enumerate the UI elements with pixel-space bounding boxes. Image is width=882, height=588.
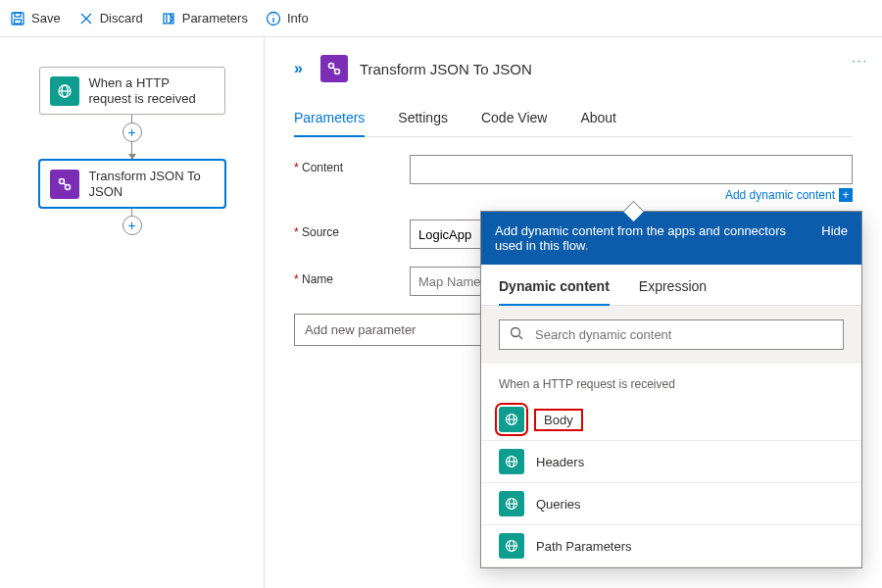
add-step-button[interactable]: +	[122, 122, 142, 142]
svg-point-13	[59, 178, 64, 183]
dynamic-content-popup: Add dynamic content from the apps and co…	[480, 211, 862, 568]
add-step-button[interactable]: +	[122, 216, 142, 235]
dc-item-body[interactable]: Body	[481, 399, 861, 441]
source-label: Source	[294, 220, 410, 239]
save-label: Save	[31, 11, 61, 25]
info-icon	[266, 11, 281, 26]
popup-hide-button[interactable]: Hide	[821, 223, 848, 253]
http-icon	[499, 449, 524, 474]
panel-title: Transform JSON To JSON	[360, 61, 532, 77]
flow-node-action[interactable]: Transform JSON To JSON	[39, 160, 225, 208]
http-icon	[499, 407, 524, 432]
dc-item-headers[interactable]: Headers	[481, 441, 861, 483]
save-button[interactable]: Save	[10, 11, 61, 26]
svg-point-15	[328, 64, 333, 69]
svg-line-18	[519, 336, 523, 340]
tab-settings[interactable]: Settings	[398, 104, 448, 136]
add-dynamic-link[interactable]: Add dynamic content +	[410, 188, 853, 202]
parameters-icon	[161, 11, 176, 26]
tab-codeview[interactable]: Code View	[481, 104, 547, 136]
svg-rect-2	[15, 20, 22, 24]
popup-tab-expression[interactable]: Expression	[639, 274, 707, 305]
popup-group-title: When a HTTP request is received	[481, 364, 861, 399]
discard-icon	[78, 11, 94, 26]
parameters-label: Parameters	[182, 11, 248, 25]
popup-header-text: Add dynamic content from the apps and co…	[495, 223, 789, 253]
content-input[interactable]	[410, 155, 853, 184]
svg-rect-0	[12, 13, 24, 24]
discard-button[interactable]: Discard	[78, 11, 143, 26]
transform-icon	[320, 55, 348, 82]
action-label: Transform JSON To JSON	[89, 169, 215, 199]
svg-point-16	[334, 70, 339, 74]
http-trigger-icon	[50, 76, 79, 106]
collapse-chevron-icon[interactable]: »	[294, 60, 309, 77]
http-icon	[499, 533, 524, 559]
tab-about[interactable]: About	[580, 104, 616, 136]
svg-point-9	[272, 14, 273, 15]
parameters-button[interactable]: Parameters	[161, 11, 248, 26]
flow-node-trigger[interactable]: When a HTTP request is received	[39, 67, 225, 115]
add-dynamic-plus-icon: +	[839, 188, 853, 202]
info-label: Info	[287, 11, 309, 25]
http-icon	[499, 491, 524, 516]
dc-item-label: Headers	[536, 455, 584, 469]
name-label: Name	[294, 267, 410, 286]
svg-point-14	[65, 184, 70, 189]
search-icon	[510, 326, 523, 343]
save-icon	[10, 11, 25, 26]
dc-item-queries[interactable]: Queries	[481, 483, 861, 525]
transform-icon	[50, 170, 79, 199]
svg-rect-5	[164, 14, 167, 24]
trigger-label: When a HTTP request is received	[89, 75, 215, 106]
popup-tab-dynamic[interactable]: Dynamic content	[499, 274, 610, 306]
tab-parameters[interactable]: Parameters	[294, 104, 365, 137]
dc-item-path[interactable]: Path Parameters	[481, 525, 861, 567]
info-button[interactable]: Info	[266, 11, 309, 26]
connector: +	[122, 115, 142, 160]
popup-search-input[interactable]	[533, 326, 833, 343]
dc-item-label: Path Parameters	[536, 539, 632, 554]
more-menu-button[interactable]: ···	[852, 53, 868, 68]
connector: +	[122, 208, 142, 235]
panel-tabs: Parameters Settings Code View About	[294, 104, 853, 137]
svg-rect-1	[15, 13, 21, 17]
dc-item-label: Body	[534, 409, 583, 431]
content-label: Content	[294, 155, 410, 174]
svg-point-17	[512, 328, 520, 337]
discard-label: Discard	[100, 11, 143, 25]
toolbar: Save Discard Parameters Info	[0, 0, 882, 37]
add-dynamic-text: Add dynamic content	[725, 188, 835, 202]
designer-canvas[interactable]: When a HTTP request is received + Transf…	[0, 37, 265, 588]
dc-item-label: Queries	[536, 497, 581, 512]
popup-search[interactable]	[499, 319, 844, 350]
